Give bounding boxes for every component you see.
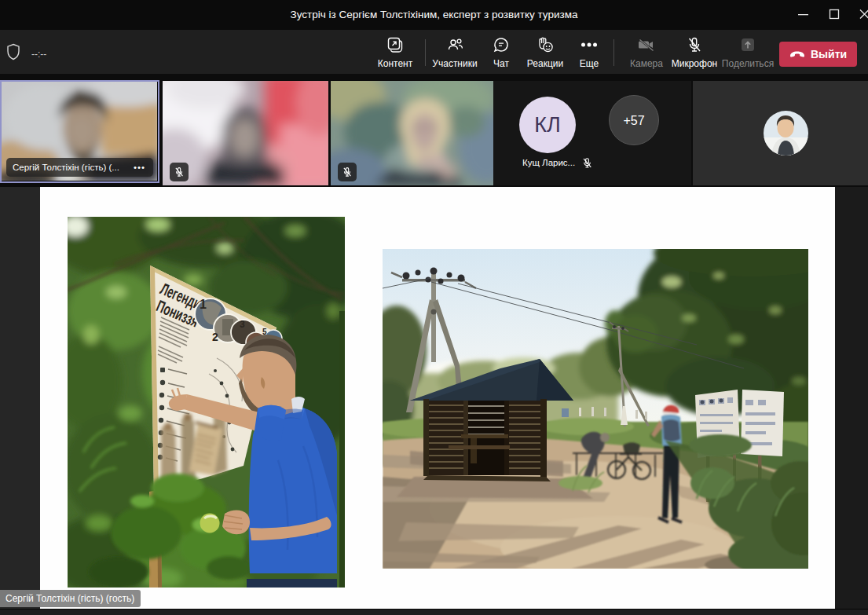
svg-text:2: 2 (212, 331, 218, 343)
svg-text:1: 1 (200, 298, 207, 311)
svg-text:3: 3 (240, 319, 245, 330)
